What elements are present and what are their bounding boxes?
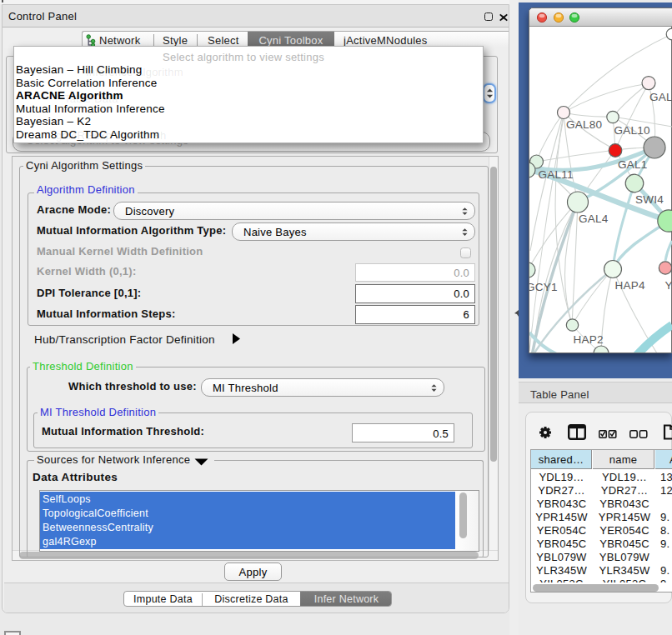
- svg-text:GAL80: GAL80: [566, 118, 602, 131]
- svg-text:GAL2: GAL2: [649, 91, 672, 103]
- svg-text:HAP4: HAP4: [615, 279, 646, 292]
- svg-text:GAL10: GAL10: [614, 124, 650, 137]
- svg-text:SWI4: SWI4: [635, 193, 664, 206]
- svg-text:GAL11: GAL11: [539, 168, 574, 181]
- svg-text:GAL1: GAL1: [618, 158, 648, 171]
- svg-text:Y: Y: [665, 279, 672, 292]
- svg-text:HAP2: HAP2: [574, 333, 604, 346]
- svg-text:GCY1: GCY1: [529, 281, 558, 293]
- svg-text:GAL4: GAL4: [579, 212, 609, 225]
